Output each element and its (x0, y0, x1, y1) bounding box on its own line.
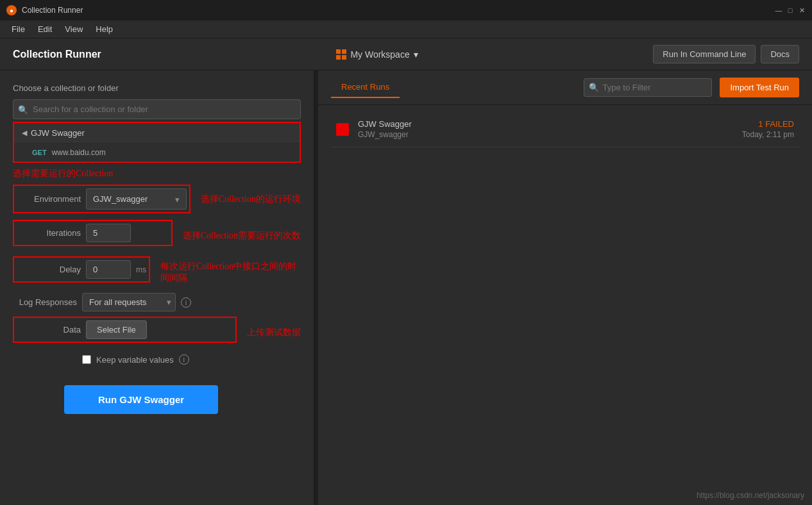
keep-variable-row: Keep variable values i (82, 354, 301, 365)
search-input[interactable] (13, 99, 301, 119)
environment-select[interactable]: GJW_swagger (87, 189, 186, 209)
log-row: Log Responses For all requests For faile… (13, 293, 301, 311)
app-header: Collection Runner My Workspace ▾ Run In … (0, 38, 812, 70)
right-panel: Recent Runs 🔍 Import Test Run GJW Swagge… (318, 70, 812, 505)
delay-row: Delay ms (13, 256, 150, 283)
window-title: Collection Runner (22, 6, 83, 15)
run-item[interactable]: GJW Swagger GJW_swagger 1 FAILED Today, … (331, 112, 799, 147)
delay-input[interactable] (86, 260, 131, 279)
run-name: GJW Swagger (358, 119, 742, 129)
run-sub: GJW_swagger (358, 130, 742, 139)
workspace-chevron-icon: ▾ (414, 49, 418, 60)
environment-label: Environment (17, 194, 81, 204)
title-bar: ● Collection Runner — □ ✕ (0, 0, 812, 21)
keep-variable-info-icon[interactable]: i (179, 354, 189, 365)
filter-search-icon: 🔍 (589, 83, 599, 92)
filter-input[interactable] (584, 78, 712, 97)
tab-recent-runs[interactable]: Recent Runs (331, 77, 400, 98)
ms-label: ms (136, 265, 146, 274)
window-controls[interactable]: — □ ✕ (775, 6, 806, 14)
run-time: Today, 2:11 pm (742, 130, 794, 139)
search-icon: 🔍 (18, 104, 28, 114)
menu-view[interactable]: View (58, 22, 89, 37)
maximize-button[interactable]: □ (786, 6, 794, 14)
main-layout: Choose a collection or folder 🔍 ◀ GJW Sw… (0, 70, 812, 505)
request-item[interactable]: GET www.baidu.com (14, 144, 300, 161)
filter-box: 🔍 (584, 78, 712, 97)
app-title: Collection Runner (13, 49, 101, 60)
iterations-row: Iterations (13, 220, 173, 246)
log-select-wrapper[interactable]: For all requests For failed requests Non… (82, 293, 176, 311)
left-panel: Choose a collection or folder 🔍 ◀ GJW Sw… (0, 70, 314, 505)
menu-bar: File Edit View Help (0, 21, 812, 38)
run-info: GJW Swagger GJW_swagger (358, 119, 742, 139)
menu-file[interactable]: File (5, 22, 31, 37)
collection-arrow-icon: ◀ (22, 129, 27, 137)
iterations-label: Iterations (17, 228, 81, 238)
menu-edit[interactable]: Edit (31, 22, 58, 37)
search-box: 🔍 (13, 99, 301, 119)
menu-help[interactable]: Help (89, 22, 119, 37)
annotation-delay: 每次运行Collection中接口之间的时间间隔 (160, 261, 301, 284)
delay-label: Delay (17, 265, 81, 274)
method-label: GET (32, 149, 47, 156)
import-test-run-button[interactable]: Import Test Run (720, 78, 799, 97)
annotation-env: 选择Collection的运行环境 (201, 194, 301, 205)
run-status-icon (336, 123, 349, 136)
workspace-label: My Workspace (350, 49, 409, 60)
run-button[interactable]: Run GJW Swagger (64, 385, 218, 414)
workspace-icon (336, 49, 346, 60)
data-row: Data Select File (13, 317, 237, 343)
header-actions: Run In Command Line Docs (653, 45, 799, 63)
request-url: www.baidu.com (52, 148, 106, 157)
iterations-input[interactable] (86, 224, 131, 242)
data-label: Data (17, 325, 81, 335)
right-header: Recent Runs 🔍 Import Test Run (318, 70, 812, 105)
docs-button[interactable]: Docs (761, 45, 799, 63)
run-command-line-button[interactable]: Run In Command Line (653, 45, 756, 63)
collection-list: ◀ GJW Swagger GET www.baidu.com (13, 122, 301, 163)
footer-url: https://blog.csdn.net/jacksonary (697, 491, 804, 500)
close-button[interactable]: ✕ (798, 6, 806, 14)
environment-select-wrapper[interactable]: GJW_swagger ▾ (86, 188, 187, 210)
run-failed-status: 1 FAILED (742, 119, 794, 129)
select-file-button[interactable]: Select File (86, 320, 147, 339)
keep-variable-label: Keep variable values (96, 355, 174, 365)
title-bar-left: ● Collection Runner (6, 5, 83, 15)
log-label: Log Responses (13, 297, 77, 307)
annotation-collection: 选择需要运行的Collection (13, 168, 301, 179)
minimize-button[interactable]: — (775, 6, 782, 14)
annotation-data: 上传测试数据 (247, 327, 301, 338)
workspace-selector[interactable]: My Workspace ▾ (336, 49, 418, 60)
log-select[interactable]: For all requests For failed requests Non… (83, 294, 175, 311)
collection-name: GJW Swagger (31, 128, 85, 138)
collection-item[interactable]: ◀ GJW Swagger (14, 123, 300, 144)
tabs: Recent Runs (331, 77, 400, 98)
run-result: 1 FAILED Today, 2:11 pm (742, 119, 794, 139)
app-icon: ● (6, 5, 17, 15)
annotation-iterations: 选择Collection需要运行的次数 (183, 230, 301, 242)
keep-variable-checkbox[interactable] (82, 355, 91, 364)
log-info-icon[interactable]: i (181, 297, 191, 308)
section-label: Choose a collection or folder (13, 83, 301, 93)
recent-runs-list: GJW Swagger GJW_swagger 1 FAILED Today, … (318, 105, 812, 505)
